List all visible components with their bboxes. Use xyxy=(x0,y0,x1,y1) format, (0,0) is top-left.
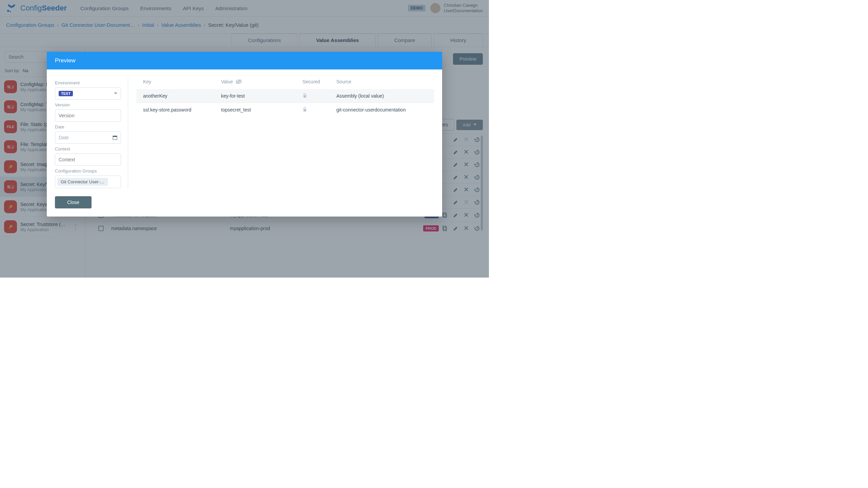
preview-row: anotherKey key-for-test Assembly (local … xyxy=(136,89,434,103)
context-input[interactable] xyxy=(55,154,121,166)
chevron-down-icon xyxy=(114,93,117,95)
col-key: Key xyxy=(143,79,218,84)
eye-off-icon[interactable] xyxy=(236,79,242,84)
calendar-icon xyxy=(113,135,117,140)
col-secured: Secured xyxy=(302,79,333,84)
date-input[interactable]: Date xyxy=(55,131,121,144)
svg-rect-7 xyxy=(113,136,117,137)
context-label: Context xyxy=(55,146,121,151)
modal-title: Preview xyxy=(47,52,442,69)
version-label: Version xyxy=(55,102,121,107)
modal-overlay[interactable]: Preview Environment TEST Version Date Da… xyxy=(0,0,489,278)
cell-value: key-for-test xyxy=(221,93,299,99)
lock-icon xyxy=(302,107,333,113)
preview-row: ssl.key-store.password topsecret_test gi… xyxy=(136,103,434,117)
config-groups-select[interactable]: Git Connector User-… xyxy=(55,176,121,188)
lock-icon xyxy=(302,93,333,99)
col-value: Value xyxy=(221,79,299,84)
cell-source: Assembly (local value) xyxy=(336,93,427,99)
config-groups-label: Configuration Groups xyxy=(55,168,121,174)
svg-rect-11 xyxy=(303,109,306,111)
modal-table: Key Value Secured Source anotherKey key-… xyxy=(136,78,434,188)
table-header-row: Key Value Secured Source xyxy=(136,78,434,89)
cell-key: ssl.key-store.password xyxy=(143,107,218,113)
version-input[interactable] xyxy=(55,109,121,122)
environment-select[interactable]: TEST xyxy=(55,87,121,100)
cell-key: anotherKey xyxy=(143,93,218,99)
date-label: Date xyxy=(55,124,121,129)
col-source: Source xyxy=(336,79,427,84)
modal-filters: Environment TEST Version Date Date Conte… xyxy=(55,78,128,188)
close-button[interactable]: Close xyxy=(55,196,92,208)
svg-rect-10 xyxy=(303,95,306,98)
cell-source: git-connector-userdocumentation xyxy=(336,107,427,113)
preview-modal: Preview Environment TEST Version Date Da… xyxy=(47,52,442,217)
environment-label: Environment xyxy=(55,80,121,85)
cell-value: topsecret_test xyxy=(221,107,299,113)
